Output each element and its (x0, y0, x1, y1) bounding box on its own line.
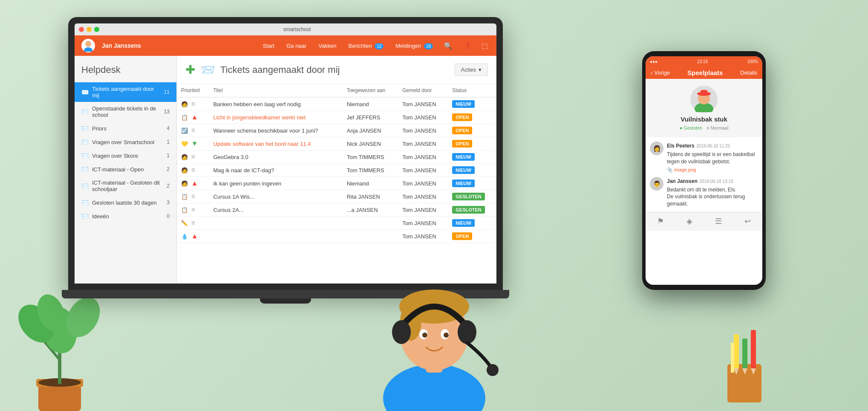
nav-vakken[interactable]: Vakken (316, 41, 339, 51)
title-cell: Ik kan geen punten ingeven (209, 177, 342, 190)
table-row[interactable]: 📋 ▲ Licht in jongenskleedkamer werkt nie… (177, 111, 496, 124)
table-row[interactable]: 🧑 ≡ Mag ik naar de ICT-dag? Tom TIMMERS … (177, 164, 496, 177)
sidebar-item-smartschool[interactable]: ✉️ Vragen over Smartschool 1 (75, 135, 176, 149)
col-priority: Prioriteit (177, 84, 209, 97)
nav-start[interactable]: Start (260, 41, 277, 51)
sidebar-item-ideas[interactable]: ✉️ Ideeën 0 (75, 209, 176, 223)
priority-cell: 💛 ▼ (177, 137, 209, 151)
priority-normal-icon: ≡ (191, 193, 195, 200)
add-ticket-button[interactable]: ✚ (185, 64, 195, 76)
content-header: ✚ 📨 Tickets aangemaakt door mij Acties ▾ (177, 56, 496, 84)
table-row[interactable]: 💛 ▼ Update software van het bord naar 11… (177, 137, 496, 151)
svg-rect-33 (751, 330, 756, 368)
content-title: Tickets aangemaakt door mij (220, 64, 340, 75)
reporter-cell: Tom JANSEN (398, 203, 448, 217)
envelope-icon-2: ✉️ (81, 108, 89, 115)
battery-label: 100% (747, 59, 758, 64)
sidebar-item-recent-closed[interactable]: ✉️ Gesloten laatste 30 dagen 3 (75, 196, 176, 209)
sidebar-item-priors[interactable]: ✉️ Priors 4 (75, 122, 176, 135)
priority-cell: 📋 ▲ (177, 111, 209, 124)
logout-icon[interactable]: ⬚ (480, 40, 490, 52)
sidebar-item-ict-closed[interactable]: ✉️ ICT-materiaal - Gesloten dit schoolja… (75, 176, 176, 196)
assignee-cell: Niemand (343, 177, 398, 190)
actions-button[interactable]: Acties ▾ (455, 64, 488, 76)
nav-berichten[interactable]: Berichten 12 (346, 41, 386, 51)
priority-cell: 🧑 ≡ (177, 97, 209, 111)
table-row[interactable]: ☑️ ≡ Wanneer schema beschikbaar voor 1 j… (177, 124, 496, 137)
table-row[interactable]: 🧑 ▲ Ik kan geen punten ingeven Niemand T… (177, 177, 496, 190)
search-icon[interactable]: 🔍 (442, 40, 454, 52)
minimize-button[interactable] (87, 27, 92, 32)
status-cell: NIEUW (448, 177, 496, 190)
status-badge: NIEUW (452, 166, 475, 174)
ticket-link[interactable]: Licht in jongenskleedkamer werkt niet (213, 114, 306, 121)
help-icon[interactable]: ❓ (461, 40, 473, 52)
meldingen-badge: 18 (424, 43, 433, 49)
assignee-cell: Jef JEFFERS (343, 111, 398, 124)
svg-rect-29 (734, 334, 739, 368)
status-badge: NIEUW (452, 153, 475, 161)
reporter-cell: Tom JANSEN (398, 124, 448, 137)
attachment[interactable]: 📎 image.png (667, 167, 758, 173)
svg-point-10 (85, 41, 91, 47)
ticket-title: Cursus 2A... (213, 207, 244, 213)
diamond-icon[interactable]: ◈ (686, 217, 692, 226)
reporter-cell: Tom JANSEN (398, 177, 448, 190)
assignee-cell: Tom TIMMERS (343, 151, 398, 164)
nav-ga-naar[interactable]: Ga naar (284, 41, 309, 51)
msg-content: Jan Janssen 2018-06-18 13:18 Bedankt om … (667, 177, 758, 208)
ticket-title: Wanneer schema beschikbaar voor 1 juni? (213, 127, 318, 134)
phone-nav: ‹ Vorige Speelplaats Details (646, 67, 762, 79)
flag-icon[interactable]: ⚑ (657, 217, 664, 226)
envelope-icon: ✉️ (81, 89, 89, 96)
sidebar-title: Helpdesk (75, 64, 176, 82)
assignee-cell: Nick JANSEN (343, 137, 398, 151)
priority-normal-icon: ≡ (191, 166, 195, 174)
maximize-button[interactable] (94, 27, 99, 32)
title-cell: Wanneer schema beschikbaar voor 1 juni? (209, 124, 342, 137)
envelope-icon-7: ✉️ (81, 182, 89, 189)
priority-normal-icon: ≡ (191, 127, 195, 134)
title-cell (209, 230, 342, 243)
sidebar-item-skore[interactable]: ✉️ Vragen over Skore 1 (75, 149, 176, 162)
priority-cell: 🧑 ≡ (177, 151, 209, 164)
close-button[interactable] (79, 27, 84, 32)
phone: ●●● 13:19 100% ‹ Vorige Speelplaats Deta… (642, 51, 766, 290)
priority-normal-icon: ≡ (191, 206, 195, 213)
table-row[interactable]: 🧑 ≡ Banken hebben een laag verf nodig Ni… (177, 97, 496, 111)
priority-normal-icon: ≡ (191, 219, 195, 226)
content-icon: 📨 (200, 63, 215, 77)
nav-meldingen[interactable]: Meldingen 18 (393, 41, 435, 51)
priority-cell: 📋 ≡ (177, 203, 209, 217)
sidebar-item-ict-open[interactable]: ✉️ ICT-materiaal - Open 2 (75, 162, 176, 176)
back-button[interactable]: ‹ Vorige (651, 69, 670, 76)
url-bar[interactable]: smartschool (102, 26, 492, 32)
status-cell: OPEN (448, 124, 496, 137)
status-cell: NIEUW (448, 151, 496, 164)
priority-cell: 📋 ≡ (177, 190, 209, 203)
details-button[interactable]: Details (740, 69, 757, 76)
signal-icon: ●●● (650, 59, 657, 64)
ticket-title: Ik kan geen punten ingeven (213, 180, 281, 187)
title-cell: Cursus 2A... (209, 203, 342, 217)
phone-bottom-bar: ⚑ ◈ ☰ ↩ (646, 212, 762, 231)
reply-icon[interactable]: ↩ (744, 217, 751, 226)
table-row[interactable]: 🧑 ≡ GeoGebra 3.0 Tom TIMMERS Tom JANSEN … (177, 151, 496, 164)
table-row[interactable]: 📋 ≡ Cursus 1A Wis... Rita JANSEN Tom JAN… (177, 190, 496, 203)
table-row[interactable]: 📋 ≡ Cursus 2A... ...a JANSEN Tom JANSEN … (177, 203, 496, 217)
laptop-stand (260, 298, 311, 304)
list-icon[interactable]: ☰ (715, 217, 722, 226)
envelope-icon-5: ✉️ (81, 152, 89, 159)
sidebar-item-open-tickets[interactable]: ✉️ Openstaande tickets in de school 13 (75, 102, 176, 122)
priority-cell: 💧 ▲ (177, 230, 209, 243)
status-badge: OPEN (452, 140, 472, 148)
svg-rect-31 (742, 339, 747, 368)
svg-rect-35 (731, 343, 734, 373)
priority-normal-icon: ≡ (191, 100, 195, 107)
sidebar-item-my-tickets[interactable]: ✉️ Tickets aangemaakt door mij 11 (75, 82, 176, 102)
col-reporter: Gemeld door (398, 84, 448, 97)
reporter-cell: Tom JANSEN (398, 137, 448, 151)
svg-point-26 (458, 320, 476, 344)
ticket-link[interactable]: Update software van het bord naar 11.4 (213, 141, 311, 147)
status-badge: GESLOTEN (452, 193, 485, 200)
